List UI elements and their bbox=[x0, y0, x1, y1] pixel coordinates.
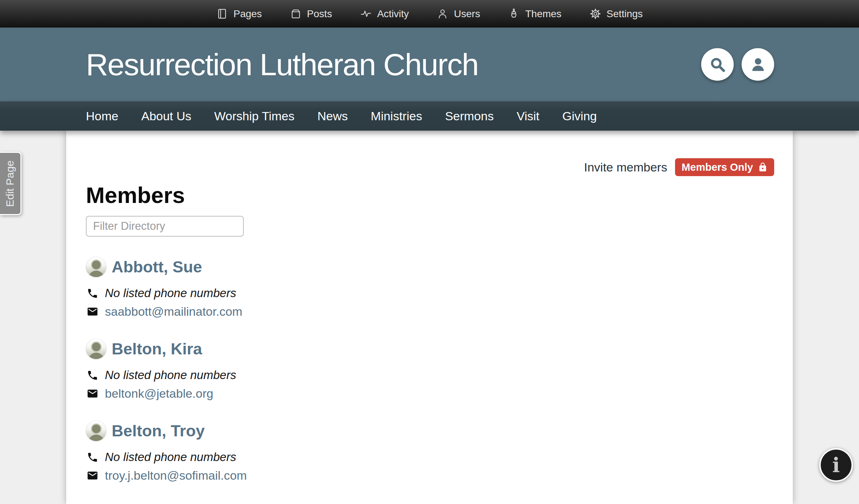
member-entry: Abbott, Sue No listed phone numbers saab… bbox=[86, 257, 774, 319]
member-email-link[interactable]: beltonk@jetable.org bbox=[105, 387, 213, 401]
phone-status: No listed phone numbers bbox=[105, 450, 236, 464]
main-nav: Home About Us Worship Times News Ministr… bbox=[0, 101, 859, 131]
admin-item-posts[interactable]: Posts bbox=[290, 8, 332, 20]
email-icon bbox=[87, 470, 98, 481]
avatar bbox=[86, 339, 106, 359]
avatar bbox=[86, 421, 106, 441]
nav-item-news[interactable]: News bbox=[317, 109, 348, 123]
email-icon bbox=[87, 306, 98, 318]
admin-item-label: Posts bbox=[307, 8, 332, 20]
admin-item-label: Themes bbox=[525, 8, 561, 20]
nav-item-about-us[interactable]: About Us bbox=[141, 109, 191, 123]
member-entry: Belton, Troy No listed phone numbers tro… bbox=[86, 421, 774, 483]
nav-item-visit[interactable]: Visit bbox=[516, 109, 539, 123]
phone-status: No listed phone numbers bbox=[105, 368, 236, 382]
member-name: Belton, Troy bbox=[112, 422, 205, 440]
search-button[interactable] bbox=[701, 48, 734, 81]
member-name: Belton, Kira bbox=[112, 340, 202, 358]
nav-item-giving[interactable]: Giving bbox=[562, 109, 597, 123]
settings-icon bbox=[589, 8, 601, 20]
phone-status: No listed phone numbers bbox=[105, 286, 236, 300]
search-icon bbox=[709, 55, 727, 73]
member-link[interactable]: Abbott, Sue bbox=[86, 257, 774, 277]
edit-page-tab[interactable]: Edit Page bbox=[0, 152, 21, 215]
nav-item-worship-times[interactable]: Worship Times bbox=[214, 109, 295, 123]
member-entry: Belton, Kira No listed phone numbers bel… bbox=[86, 339, 774, 401]
phone-icon bbox=[87, 369, 98, 381]
info-button[interactable]: i bbox=[819, 448, 853, 482]
activity-icon bbox=[360, 8, 372, 20]
admin-item-activity[interactable]: Activity bbox=[360, 8, 409, 20]
info-icon: i bbox=[832, 455, 840, 475]
admin-item-users[interactable]: Users bbox=[437, 8, 480, 20]
admin-item-themes[interactable]: Themes bbox=[508, 8, 561, 20]
member-email-link[interactable]: troy.j.belton@sofimail.com bbox=[105, 469, 247, 483]
admin-item-label: Pages bbox=[233, 8, 262, 20]
posts-icon bbox=[290, 8, 302, 20]
admin-item-label: Users bbox=[454, 8, 480, 20]
admin-bar: Pages Posts Activity Users Themes bbox=[0, 0, 859, 28]
content-card: Invite members Members Only Members Abbo… bbox=[66, 131, 793, 504]
member-link[interactable]: Belton, Troy bbox=[86, 421, 774, 441]
themes-icon bbox=[508, 8, 520, 20]
avatar bbox=[86, 257, 106, 277]
user-icon bbox=[749, 55, 767, 73]
nav-item-ministries[interactable]: Ministries bbox=[371, 109, 422, 123]
site-title: Resurrection Lutheran Church bbox=[86, 47, 478, 82]
member-email-row: saabbott@mailinator.com bbox=[87, 305, 774, 319]
member-email-row: beltonk@jetable.org bbox=[87, 387, 774, 401]
member-email-link[interactable]: saabbott@mailinator.com bbox=[105, 305, 242, 319]
phone-icon bbox=[87, 287, 98, 299]
page-title: Members bbox=[86, 183, 774, 208]
member-phone-row: No listed phone numbers bbox=[87, 286, 774, 300]
member-link[interactable]: Belton, Kira bbox=[86, 339, 774, 359]
nav-item-sermons[interactable]: Sermons bbox=[445, 109, 494, 123]
admin-item-label: Activity bbox=[377, 8, 409, 20]
nav-item-home[interactable]: Home bbox=[86, 109, 118, 123]
admin-item-pages[interactable]: Pages bbox=[216, 8, 262, 20]
email-icon bbox=[87, 388, 98, 399]
members-directory: Members Abbott, Sue No listed phone numb… bbox=[66, 131, 793, 504]
filter-directory-input[interactable] bbox=[86, 216, 244, 237]
account-button[interactable] bbox=[742, 48, 774, 81]
member-phone-row: No listed phone numbers bbox=[87, 368, 774, 382]
admin-item-settings[interactable]: Settings bbox=[589, 8, 643, 20]
pages-icon bbox=[216, 8, 228, 20]
phone-icon bbox=[87, 451, 98, 463]
admin-item-label: Settings bbox=[607, 8, 643, 20]
header-actions bbox=[701, 48, 774, 81]
member-email-row: troy.j.belton@sofimail.com bbox=[87, 469, 774, 483]
site-header: Resurrection Lutheran Church bbox=[0, 28, 859, 101]
member-name: Abbott, Sue bbox=[112, 258, 202, 276]
edit-page-label: Edit Page bbox=[4, 160, 16, 207]
users-icon bbox=[437, 8, 448, 20]
member-phone-row: No listed phone numbers bbox=[87, 450, 774, 464]
